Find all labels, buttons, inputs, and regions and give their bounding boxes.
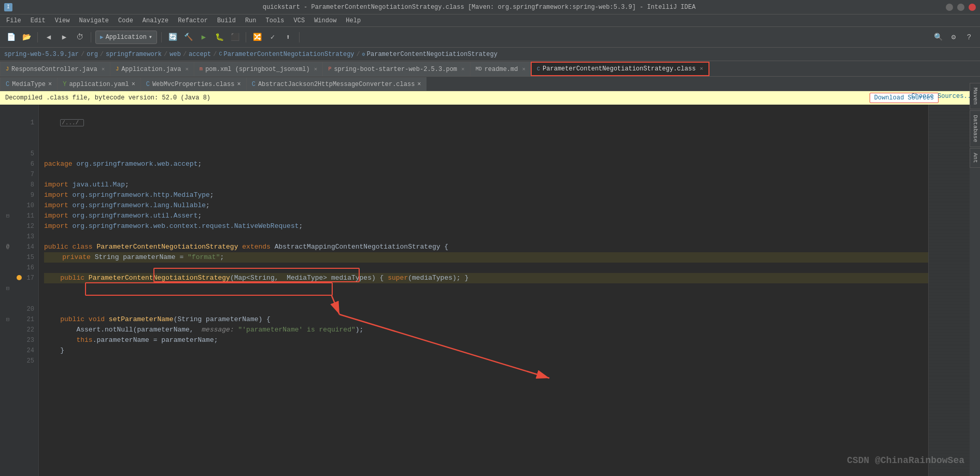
tab-close-jackson[interactable]: × [417,81,421,88]
code-line-18 [44,283,928,294]
menu-item-help[interactable]: Help [342,16,365,25]
menu-item-file[interactable]: File [2,16,25,25]
build-button[interactable]: 🔨 [181,31,195,44]
recent-files-button[interactable]: ⏱ [73,31,87,44]
tab-application-yaml[interactable]: Y application.yaml × [57,77,140,91]
tab-close-pom[interactable]: × [314,66,318,73]
menu-item-code[interactable]: Code [114,16,137,25]
class-icon-4: C [252,81,255,88]
linenum-11: 11 [16,211,38,221]
java-file-icon: J [6,66,9,72]
gutter-20 [0,273,16,283]
code-line-10: import org.springframework.lang.Nullable… [44,200,928,211]
menu-item-window[interactable]: Window [310,16,340,25]
linenum-24: 24 [16,345,38,356]
close-button[interactable]: × [969,4,976,11]
maven-panel-label[interactable]: Maven [970,83,980,109]
sync-button[interactable]: 🔄 [166,31,179,44]
gutter-22 [0,294,16,304]
menu-item-analyze[interactable]: Analyze [138,16,173,25]
gutter-25 [0,325,16,335]
tab-close-application[interactable]: × [186,66,189,73]
toolbar-separator-4 [246,32,246,42]
decompiled-notice: Decompiled .class file, bytecode version… [0,91,980,105]
tab-close-spring-pom[interactable]: × [461,66,465,73]
breadcrumb-springframework[interactable]: springframework [106,51,162,58]
run-button[interactable]: ▶ [197,31,210,44]
breadcrumb-org[interactable]: org [87,51,98,58]
yaml-icon: Y [63,81,66,88]
tab-abstract-jackson[interactable]: C AbstractJackson2HttpMessageConverter.c… [246,77,427,91]
code-line-20 [44,304,928,314]
linenum-5: 5 [16,149,38,159]
pom-icon: P [328,66,331,72]
menu-item-edit[interactable]: Edit [26,16,50,25]
menu-item-navigate[interactable]: Navigate [75,16,113,25]
stop-button[interactable]: ⬛ [228,31,242,44]
tab-close-mediatype[interactable]: × [48,81,52,88]
tab-close-yaml[interactable]: × [132,81,135,88]
menubar: FileEditViewNavigateCodeAnalyzeRefactorB… [0,15,980,27]
code-line-blank0 [44,107,928,118]
tab-spring-boot-pom[interactable]: P spring-boot-starter-web-2.5.3.pom × [322,62,470,76]
tab-close-param[interactable]: × [700,66,703,72]
tab-mediatype[interactable]: C MediaType × [0,77,57,91]
database-panel-label[interactable]: Database [970,110,980,147]
back-button[interactable]: ◀ [42,31,55,44]
open-button[interactable]: 📂 [20,31,33,44]
menu-item-run[interactable]: Run [241,16,261,25]
breadcrumb-jar[interactable]: spring-web-5.3.9.jar [4,51,79,58]
decompiled-text: Decompiled .class file, bytecode version… [5,94,210,102]
help-button[interactable]: ? [962,31,976,44]
git-button[interactable]: 🔀 [250,31,264,44]
breadcrumb-class2: ParameterContentNegotiationStrategy [367,51,498,58]
run-config-selector[interactable]: ▶ Application ▾ [95,31,157,44]
linenum-20: 20 [16,304,38,314]
code-editor[interactable]: /.../ package org.springframework.web.ac… [39,105,928,476]
code-line-8: import java.util.Map; [44,180,928,190]
tab-pom[interactable]: m pom.xml (springboot_jsonxml) × [194,62,322,76]
maximize-button[interactable]: □ [957,4,964,11]
minimap [928,105,970,476]
code-line-14: public class ParameterContentNegotiation… [44,242,928,252]
search-everywhere-button[interactable]: 🔍 [931,31,945,44]
debug-button[interactable]: 🐛 [212,31,226,44]
tab-readme[interactable]: MD readme.md × [470,62,531,76]
code-line-23: this.parameterName = parameterName; [44,335,928,345]
tab-webmvc[interactable]: C WebMvcProperties.class × [140,77,246,91]
linenum-13: 13 [16,232,38,242]
gutter-15 [0,221,16,232]
gutter-1 [0,107,16,118]
tab-close-webmvc[interactable]: × [237,81,240,88]
menu-item-vcs[interactable]: VCS [290,16,309,25]
new-file-button[interactable]: 📄 [4,31,18,44]
push-button[interactable]: ⬆ [281,31,295,44]
xml-file-icon: m [200,66,203,72]
minimize-button[interactable]: — [946,4,953,11]
menu-item-view[interactable]: View [51,16,74,25]
choose-sources-button[interactable]: Choose Sources... [912,93,975,100]
gutter-11 [0,180,16,190]
window-title: quickstart - ParameterContentNegotiation… [12,4,946,11]
breadcrumb-accept[interactable]: accept [189,51,211,58]
forward-button[interactable]: ▶ [58,31,71,44]
menu-item-tools[interactable]: Tools [262,16,289,25]
tab-application[interactable]: J Application.java × [110,62,194,76]
settings-button[interactable]: ⚙ [947,31,960,44]
menu-item-build[interactable]: Build [213,16,240,25]
breadcrumb-class1[interactable]: ParameterContentNegotiationStrategy [224,51,354,58]
gutter: ⊟ @ ⊟ ⊟ [0,105,16,476]
tab-param-strategy[interactable]: C ParameterContentNegotiationStrategy.cl… [531,62,709,76]
breadcrumb-web[interactable]: web [169,51,181,58]
code-line-5 [44,149,928,159]
java-file-icon-2: J [116,66,119,72]
linenum-blank1 [16,107,38,118]
tab-close-readme[interactable]: × [522,66,525,73]
editor-area: ⊟ @ ⊟ ⊟ 1 5 6 7 8 [0,105,980,476]
menu-item-refactor[interactable]: Refactor [174,16,212,25]
tab-response-controller[interactable]: J ResponseController.java × [0,62,110,76]
ant-panel-label[interactable]: Ant [970,148,980,168]
linenum-17: 17 [16,273,38,283]
commit-button[interactable]: ✓ [266,31,279,44]
tab-close-response[interactable]: × [102,66,105,73]
